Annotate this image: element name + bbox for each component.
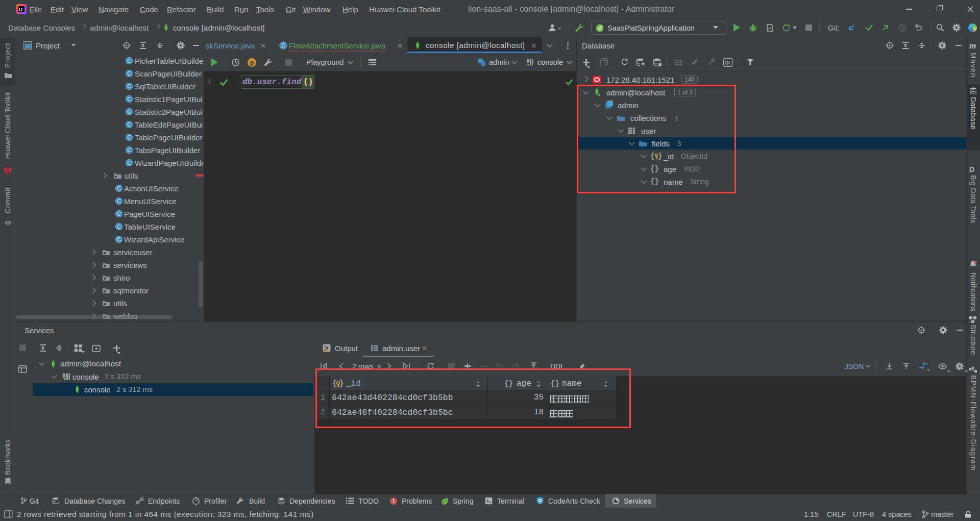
svg-text:C: C xyxy=(117,198,121,204)
svg-text:C: C xyxy=(127,109,131,115)
svg-text:C: C xyxy=(127,121,131,128)
svg-text:C: C xyxy=(127,83,131,89)
svg-text:C: C xyxy=(127,96,131,102)
svg-text:C: C xyxy=(127,147,131,153)
svg-text:C: C xyxy=(127,58,131,64)
svg-text:C: C xyxy=(117,211,121,217)
svg-text:C: C xyxy=(127,134,131,140)
svg-text:C: C xyxy=(117,185,121,191)
svg-text:C: C xyxy=(127,70,131,77)
svg-text:C: C xyxy=(281,42,285,48)
svg-text:C: C xyxy=(117,224,121,230)
svg-text:C: C xyxy=(117,236,121,242)
svg-text:C: C xyxy=(127,160,131,166)
